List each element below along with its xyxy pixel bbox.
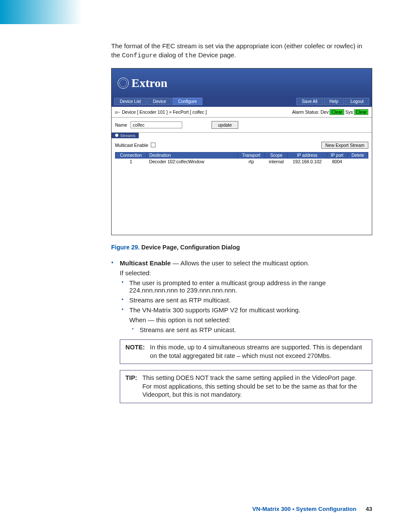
footer-page-number: 43 bbox=[366, 506, 372, 512]
td-ip-address: 192.168.0.102 bbox=[288, 158, 327, 165]
update-button[interactable]: update bbox=[212, 121, 238, 129]
tab-row: Device List Device Configure Save All He… bbox=[112, 98, 372, 107]
name-label: Name bbox=[115, 122, 127, 128]
page-footer: VN-Matrix 300 • System Configuration 43 bbox=[252, 506, 372, 512]
th-connection: Connection bbox=[115, 152, 147, 158]
brand-text: Extron bbox=[131, 76, 168, 90]
tip-box: TIP: This setting DOES NOT track the sam… bbox=[120, 370, 372, 403]
name-row: Name colfec update bbox=[112, 118, 372, 133]
extron-logo-icon bbox=[118, 78, 129, 89]
name-input[interactable]: colfec bbox=[131, 121, 182, 128]
breadcrumb-text: Device [ Encoder 101 ] > FecPort [ colfe… bbox=[122, 109, 207, 115]
th-transport: Transport bbox=[237, 152, 265, 158]
td-transport: rtp bbox=[237, 158, 265, 165]
footer-title: VN-Matrix 300 • System Configuration bbox=[252, 506, 356, 512]
when-text: When — this option is not selected: bbox=[129, 316, 372, 324]
note-tag: NOTE: bbox=[125, 343, 145, 360]
s3-text: The VN-Matrix 300 supports IGMP V2 for m… bbox=[129, 306, 300, 314]
list-item: Streams are sent as RTP unicast. bbox=[140, 326, 372, 333]
multicast-enable-strong: Multicast Enable bbox=[120, 259, 171, 267]
table-header-row: Connection Destination Transport Scope I… bbox=[115, 152, 368, 158]
multicast-label: Multicast Enable bbox=[115, 143, 148, 148]
figure-label: Figure 29. bbox=[111, 244, 140, 251]
list-item: The VN-Matrix 300 supports IGMP V2 for m… bbox=[129, 306, 372, 333]
top-color-bar bbox=[0, 0, 411, 24]
th-ip-port: IP port bbox=[327, 152, 347, 158]
table-row: 1 Decoder 102:colfecWindow rtp internal … bbox=[115, 158, 368, 165]
breadcrumb-row: ⎚⎓ Device [ Encoder 101 ] > FecPort [ co… bbox=[112, 107, 372, 118]
tip-tag: TIP: bbox=[125, 374, 137, 399]
new-export-stream-button[interactable]: New Export Stream bbox=[321, 142, 368, 149]
multicast-checkbox[interactable] bbox=[151, 143, 156, 147]
tab-device[interactable]: Device bbox=[147, 98, 172, 105]
multicast-row: Multicast Enable New Export Stream bbox=[112, 138, 372, 152]
tab-save-all[interactable]: Save All bbox=[296, 98, 323, 105]
list-item: Streams are sent as RTP multicast. bbox=[129, 296, 372, 304]
subsub-list: Streams are sent as RTP unicast. bbox=[129, 326, 372, 333]
alarm-label: Alarm Status: Dev: bbox=[292, 109, 330, 115]
th-ip-address: IP address bbox=[288, 152, 327, 158]
tab-configure[interactable]: Configure bbox=[172, 98, 202, 105]
alarm-status: Alarm Status: Dev:Clear Sys:Clear bbox=[292, 109, 368, 115]
brand-logo: Extron bbox=[118, 76, 168, 90]
alarm-dev-badge: Clear bbox=[330, 109, 344, 115]
streams-table: Connection Destination Transport Scope I… bbox=[115, 152, 368, 165]
intro-configure-mono: Configure bbox=[122, 52, 157, 59]
figure-caption: Figure 29. Device Page, Configuration Di… bbox=[111, 244, 372, 251]
td-delete bbox=[348, 158, 368, 165]
multicast-enable-desc: — Allows the user to select the multicas… bbox=[171, 259, 309, 267]
figure-text: Device Page, Configuration Dialog bbox=[140, 244, 240, 251]
th-destination: Destination bbox=[146, 152, 237, 158]
tip-body: This setting DOES NOT track the same set… bbox=[142, 374, 367, 399]
intro-paragraph: The format of the FEC stream is set via … bbox=[111, 41, 372, 60]
sub-list: The user is prompted to enter a multicas… bbox=[120, 279, 372, 333]
device-icon: ⎚⎓ bbox=[115, 110, 120, 115]
list-item: Multicast Enable — Allows the user to se… bbox=[119, 259, 372, 403]
list-item: The user is prompted to enter a multicas… bbox=[129, 279, 372, 294]
alarm-sys-badge: Clear bbox=[354, 109, 368, 115]
page-content: The format of the FEC stream is set via … bbox=[0, 24, 411, 403]
th-delete: Delete bbox=[348, 152, 368, 158]
note-box: NOTE: In this mode, up to 4 simultaneous… bbox=[120, 339, 372, 364]
th-scope: Scope bbox=[265, 152, 288, 158]
app-screenshot: Extron Device List Device Configure Save… bbox=[111, 68, 372, 235]
if-selected: If selected: bbox=[120, 269, 372, 277]
td-destination: Decoder 102:colfecWindow bbox=[146, 158, 237, 165]
alarm-sys-label: Sys: bbox=[345, 109, 354, 115]
note-body: In this mode, up to 4 simultaneous strea… bbox=[150, 343, 367, 360]
td-connection: 1 bbox=[115, 158, 147, 165]
app-header: Extron bbox=[112, 68, 372, 98]
intro-the-mono: the bbox=[185, 52, 196, 59]
tab-logout[interactable]: Logout bbox=[345, 98, 369, 105]
td-scope: internal bbox=[265, 158, 288, 165]
radio-icon bbox=[115, 134, 118, 137]
intro-text-2: dialog of bbox=[157, 51, 185, 59]
streams-tab[interactable]: Streams bbox=[112, 133, 139, 138]
intro-text-3: Device page. bbox=[196, 51, 236, 59]
tab-help[interactable]: Help bbox=[324, 98, 344, 105]
tab-device-list[interactable]: Device List bbox=[114, 98, 146, 105]
streams-tab-label: Streams bbox=[120, 133, 135, 138]
td-ip-port: 8004 bbox=[327, 158, 347, 165]
bullet-list: Multicast Enable — Allows the user to se… bbox=[111, 259, 372, 403]
